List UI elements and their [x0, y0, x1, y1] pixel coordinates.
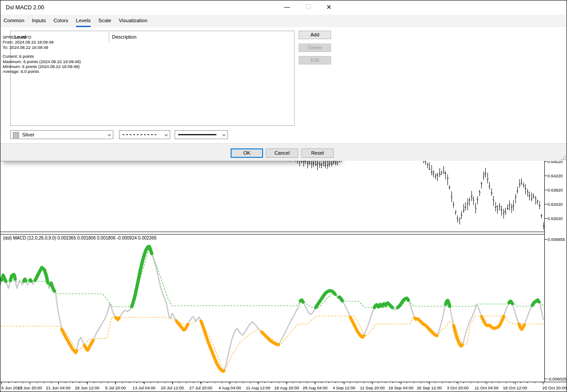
time-axis-minor-tick — [435, 382, 435, 383]
chevron-down-icon — [108, 133, 111, 137]
tab-visualization[interactable]: Visualization — [119, 18, 147, 26]
indicator-properties-dialog: Dsl MACD 2.00 — ✕ Common Inputs Colors L… — [0, 0, 339, 161]
time-axis-tick — [287, 382, 287, 384]
dialog-footer: OK Cancel Reset — [0, 143, 567, 161]
time-axis-minor-tick — [80, 382, 80, 383]
cancel-button[interactable]: Cancel — [266, 148, 298, 158]
close-button[interactable]: ✕ — [321, 2, 336, 12]
delete-button: Delete — [299, 44, 331, 52]
ok-button[interactable]: OK — [231, 148, 263, 158]
time-axis-minor-tick — [293, 382, 293, 383]
spread-info-line: From: 2024.08.22 16:09:48 — [3, 40, 81, 44]
macd-down-segment — [454, 325, 463, 346]
time-axis-minor-tick — [357, 382, 357, 383]
time-axis-minor-tick — [506, 382, 507, 383]
time-axis-tick — [116, 382, 116, 384]
time-axis-minor-tick — [485, 382, 485, 383]
time-axis-tick — [201, 382, 201, 384]
indicator-axis-tick — [545, 379, 547, 379]
price-axis-label: 0.64220 — [547, 173, 563, 178]
time-axis-minor-tick — [492, 382, 492, 383]
macd-down-segment — [419, 319, 437, 336]
time-axis-tick — [372, 382, 373, 384]
column-header-description: Description — [112, 34, 136, 40]
price-axis-label: 0.63420 — [547, 202, 563, 207]
time-axis-minor-tick — [535, 382, 535, 383]
macd-up-segment — [51, 283, 55, 291]
time-axis-minor-tick — [364, 382, 364, 383]
time-axis-label: 4 Sep 12:00 — [332, 385, 355, 390]
time-axis-label: 19 Sep 04:00 — [388, 385, 414, 390]
macd-down-segment — [519, 324, 524, 329]
macd-down-segment — [351, 317, 364, 337]
time-axis-minor-tick — [350, 382, 350, 383]
time-axis-label: 18 Aug 20:00 — [274, 385, 299, 390]
minimize-button[interactable]: — — [280, 2, 295, 12]
macd-up-segment — [35, 268, 48, 283]
time-axis-minor-tick — [471, 382, 471, 383]
time-axis-tick — [58, 382, 59, 384]
maximize-button — [301, 2, 316, 12]
indicator-axis-tick — [545, 239, 547, 240]
time-axis-minor-tick — [236, 382, 236, 383]
time-axis-label: 28 Jun 12:00 — [75, 385, 100, 390]
time-axis-label: 13 Jul 04:00 — [132, 385, 156, 390]
time-axis-minor-tick — [442, 382, 443, 383]
tab-inputs[interactable]: Inputs — [32, 18, 46, 26]
level-color-select[interactable]: Silver — [10, 130, 113, 139]
price-axis-label: 0.63020 — [547, 216, 563, 221]
spread-info-line — [3, 50, 81, 54]
macd-up-segment — [2, 275, 6, 281]
tab-scale[interactable]: Scale — [98, 18, 111, 26]
macd-indicator-panel[interactable] — [0, 235, 544, 382]
time-axis-minor-tick — [527, 382, 528, 383]
time-axis-label: 26 Sep 12:00 — [417, 385, 442, 390]
time-axis-minor-tick — [158, 382, 158, 383]
time-axis-minor-tick — [343, 382, 343, 383]
level-line-style-select[interactable] — [119, 130, 170, 139]
spread-info-comment: SPREAD INFOFrom: 2024.08.22 16:09:48To: … — [3, 35, 81, 74]
time-axis-minor-tick — [542, 382, 542, 383]
time-axis-tick — [230, 382, 230, 384]
macd-up-segment — [375, 303, 393, 308]
time-axis-minor-tick — [208, 382, 208, 383]
time-axis-tick — [429, 382, 430, 384]
time-axis-minor-tick — [101, 382, 101, 383]
macd-down-segment — [84, 340, 93, 350]
time-axis-minor-tick — [385, 382, 386, 383]
tab-levels[interactable]: Levels — [76, 18, 91, 27]
time-axis-minor-tick — [16, 382, 16, 383]
level-line-width-select[interactable] — [175, 130, 228, 139]
chevron-down-icon — [164, 133, 168, 137]
time-axis-minor-tick — [478, 382, 478, 383]
macd-down-segment — [262, 332, 279, 345]
macd-up-segment — [532, 300, 539, 305]
price-axis-tick — [545, 204, 547, 204]
time-axis-minor-tick — [165, 382, 165, 383]
reset-button[interactable]: Reset — [301, 148, 334, 158]
time-axis-minor-tick — [243, 382, 244, 383]
column-divider[interactable] — [109, 32, 109, 43]
panel-splitter[interactable] — [0, 232, 567, 235]
macd-up-segment — [316, 291, 335, 308]
tab-common[interactable]: Common — [4, 18, 24, 26]
time-axis-tick — [144, 382, 144, 384]
macd-up-segment — [339, 297, 343, 301]
time-axis-label: 5 Jul 20:00 — [105, 385, 126, 390]
time-axis-minor-tick — [414, 382, 414, 383]
dialog-titlebar[interactable]: Dsl MACD 2.00 — ✕ — [0, 0, 567, 15]
tab-colors[interactable]: Colors — [53, 18, 68, 26]
macd-down-segment — [415, 318, 417, 319]
macd-up-segment — [30, 280, 31, 281]
time-axis-label: 4 Aug 04:00 — [219, 385, 241, 390]
time-axis-label: 11 Oct 04:00 — [475, 385, 499, 390]
time-axis-minor-tick — [513, 382, 514, 383]
macd-down-segment — [176, 321, 188, 330]
price-axis-tick — [545, 190, 547, 190]
time-axis-tick — [401, 382, 401, 384]
time-axis-minor-tick — [222, 382, 222, 383]
time-axis[interactable]: 6 Jun 202313 Jun 20:0021 Jun 04:0028 Jun… — [0, 382, 567, 392]
resize-grip[interactable] — [560, 155, 566, 160]
add-button[interactable]: Add — [299, 31, 331, 39]
time-axis-label: 11 Sep 20:00 — [360, 385, 385, 390]
